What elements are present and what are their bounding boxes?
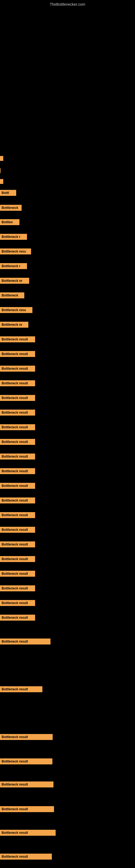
bottleneck-item-13[interactable]: Bottleneck result [0, 366, 35, 372]
bottleneck-item-35[interactable]: Bottleneck result [0, 781, 53, 787]
bottleneck-item-11[interactable]: Bottleneck result [0, 336, 35, 342]
indicator-2 [0, 168, 1, 173]
bottleneck-item-15[interactable]: Bottleneck result [0, 395, 35, 401]
bottleneck-item-7[interactable]: Bottleneck re [0, 278, 29, 284]
bottleneck-item-29[interactable]: Bottleneck result [0, 600, 35, 606]
bottleneck-item-23[interactable]: Bottleneck result [0, 512, 35, 518]
bottleneck-item-38[interactable]: Bottleneck result [0, 854, 52, 860]
bottleneck-item-8[interactable]: Bottleneck [0, 292, 24, 299]
bottleneck-item-31[interactable]: Bottleneck result [0, 639, 50, 645]
bottleneck-item-24[interactable]: Bottleneck result [0, 527, 35, 533]
bottleneck-item-25[interactable]: Bottleneck result [0, 541, 35, 547]
bottleneck-item-20[interactable]: Bottleneck result [0, 468, 35, 474]
bottleneck-item-28[interactable]: Bottleneck result [0, 585, 35, 591]
bottleneck-item-3[interactable]: Bottlen [0, 219, 19, 225]
site-title: TheBottlenecker.com [50, 2, 85, 6]
bottleneck-item-26[interactable]: Bottleneck result [0, 556, 35, 562]
bottleneck-item-9[interactable]: Bottleneck resu [0, 307, 32, 313]
bottleneck-item-22[interactable]: Bottleneck result [0, 497, 35, 503]
bottleneck-item-19[interactable]: Bottleneck result [0, 454, 35, 460]
bottleneck-item-34[interactable]: Bottleneck result [0, 758, 52, 764]
bottleneck-item-16[interactable]: Bottleneck result [0, 410, 35, 415]
bottleneck-item-36[interactable]: Bottleneck result [0, 806, 54, 812]
bottleneck-item-32[interactable]: Bottleneck result [0, 686, 42, 692]
indicator-1 [0, 156, 3, 161]
bottleneck-item-5[interactable]: Bottleneck resu [0, 248, 31, 254]
bottleneck-item-37[interactable]: Bottleneck result [0, 830, 56, 836]
bottleneck-item-10[interactable]: Bottleneck re [0, 322, 28, 328]
indicator-3 [0, 179, 3, 184]
bottleneck-item-6[interactable]: Bottleneck r [0, 263, 27, 269]
bottleneck-item-12[interactable]: Bottleneck result [0, 351, 35, 357]
bottleneck-item-18[interactable]: Bottleneck result [0, 439, 35, 445]
bottleneck-item-33[interactable]: Bottleneck result [0, 734, 53, 740]
bottleneck-item-27[interactable]: Bottleneck result [0, 571, 35, 577]
bottleneck-item-1[interactable]: Bottl [0, 190, 16, 196]
bottleneck-item-30[interactable]: Bottleneck result [0, 615, 35, 621]
bottleneck-item-4[interactable]: Bottleneck r [0, 234, 27, 240]
bottleneck-item-14[interactable]: Bottleneck result [0, 380, 35, 386]
bottleneck-item-2[interactable]: Bottleneck [0, 205, 21, 211]
bottleneck-item-17[interactable]: Bottleneck result [0, 424, 35, 430]
bottleneck-item-21[interactable]: Bottleneck result [0, 483, 35, 489]
